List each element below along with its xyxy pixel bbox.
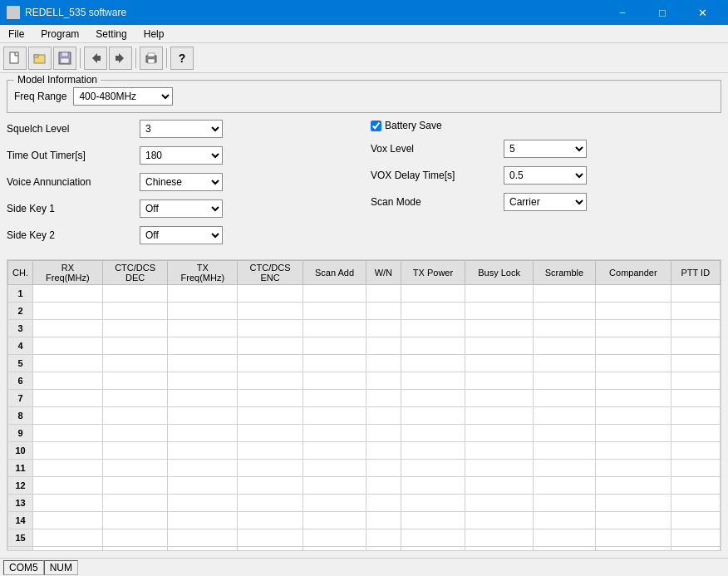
cell-row2-col2[interactable]	[102, 303, 168, 320]
cell-row10-col1[interactable]	[33, 442, 103, 460]
cell-row1-col7[interactable]	[401, 285, 465, 303]
cell-row1-col3[interactable]	[168, 285, 238, 303]
table-row[interactable]: 14	[8, 512, 721, 529]
cell-row8-col4[interactable]	[238, 407, 303, 425]
table-row[interactable]: 13	[8, 495, 721, 512]
cell-row16-col10[interactable]	[596, 547, 671, 552]
cell-row9-col7[interactable]	[401, 425, 465, 442]
cell-row2-col4[interactable]	[238, 303, 303, 320]
cell-row14-col8[interactable]	[465, 512, 533, 529]
cell-row9-col1[interactable]	[33, 425, 103, 442]
cell-row12-col1[interactable]	[33, 477, 103, 495]
cell-row7-col10[interactable]	[596, 390, 671, 407]
cell-row7-col6[interactable]	[366, 390, 401, 407]
menu-file[interactable]: File	[0, 25, 32, 42]
cell-row5-col1[interactable]	[33, 355, 103, 372]
cell-row14-col2[interactable]	[102, 512, 168, 529]
cell-row5-col4[interactable]	[238, 355, 303, 372]
menu-setting[interactable]: Setting	[87, 25, 135, 42]
cell-row11-col4[interactable]	[238, 460, 303, 477]
cell-row2-col9[interactable]	[533, 303, 595, 320]
battery-save-checkbox[interactable]	[371, 121, 381, 131]
cell-row15-col3[interactable]	[168, 529, 238, 547]
cell-row6-col7[interactable]	[401, 372, 465, 390]
toolbar-open-button[interactable]	[28, 47, 52, 70]
table-row[interactable]: 12	[8, 477, 721, 495]
cell-row15-col6[interactable]	[366, 529, 401, 547]
toolbar-help-button[interactable]: ?	[170, 47, 194, 70]
cell-row14-col1[interactable]	[33, 512, 103, 529]
cell-row7-col4[interactable]	[238, 390, 303, 407]
cell-row6-col5[interactable]	[303, 372, 366, 390]
cell-row12-col4[interactable]	[238, 477, 303, 495]
scan-mode-select[interactable]: Carrier Time Search	[504, 193, 587, 211]
table-row[interactable]: 8	[8, 407, 721, 425]
cell-row3-col2[interactable]	[102, 320, 168, 337]
cell-row6-col9[interactable]	[533, 372, 595, 390]
cell-row3-col9[interactable]	[533, 320, 595, 337]
cell-row9-col10[interactable]	[596, 425, 671, 442]
cell-row3-col7[interactable]	[401, 320, 465, 337]
cell-row7-col3[interactable]	[168, 390, 238, 407]
table-row[interactable]: 15	[8, 529, 721, 547]
squelch-level-select[interactable]: 3	[140, 120, 223, 138]
cell-row12-col3[interactable]	[168, 477, 238, 495]
cell-row11-col11[interactable]	[671, 460, 720, 477]
cell-row7-col11[interactable]	[671, 390, 720, 407]
cell-row3-col10[interactable]	[596, 320, 671, 337]
cell-row11-col9[interactable]	[533, 460, 595, 477]
voice-annunciation-select[interactable]: Chinese English Off	[140, 173, 223, 191]
cell-row14-col10[interactable]	[596, 512, 671, 529]
cell-row16-col11[interactable]	[671, 547, 720, 552]
menu-help[interactable]: Help	[135, 25, 173, 42]
toolbar-forward-button[interactable]	[109, 47, 132, 70]
cell-row13-col3[interactable]	[168, 495, 238, 512]
cell-row16-col7[interactable]	[401, 547, 465, 552]
cell-row16-col9[interactable]	[533, 547, 595, 552]
cell-row8-col7[interactable]	[401, 407, 465, 425]
cell-row5-col6[interactable]	[366, 355, 401, 372]
cell-row4-col8[interactable]	[465, 337, 533, 355]
cell-row1-col8[interactable]	[465, 285, 533, 303]
cell-row6-col2[interactable]	[102, 372, 168, 390]
cell-row10-col8[interactable]	[465, 442, 533, 460]
cell-row15-col5[interactable]	[303, 529, 366, 547]
cell-row10-col9[interactable]	[533, 442, 595, 460]
cell-row3-col5[interactable]	[303, 320, 366, 337]
cell-row16-col5[interactable]	[303, 547, 366, 552]
table-row[interactable]: 6	[8, 372, 721, 390]
cell-row4-col6[interactable]	[366, 337, 401, 355]
cell-row7-col9[interactable]	[533, 390, 595, 407]
freq-range-select[interactable]: 400-480MHz	[73, 87, 173, 106]
cell-row6-col10[interactable]	[596, 372, 671, 390]
cell-row7-col7[interactable]	[401, 390, 465, 407]
cell-row15-col2[interactable]	[102, 529, 168, 547]
cell-row14-col3[interactable]	[168, 512, 238, 529]
cell-row12-col7[interactable]	[401, 477, 465, 495]
cell-row8-col8[interactable]	[465, 407, 533, 425]
cell-row5-col5[interactable]	[303, 355, 366, 372]
cell-row12-col10[interactable]	[596, 477, 671, 495]
cell-row1-col5[interactable]	[303, 285, 366, 303]
cell-row4-col11[interactable]	[671, 337, 720, 355]
cell-row14-col9[interactable]	[533, 512, 595, 529]
cell-row16-col6[interactable]	[366, 547, 401, 552]
cell-row3-col8[interactable]	[465, 320, 533, 337]
cell-row1-col11[interactable]	[671, 285, 720, 303]
cell-row14-col5[interactable]	[303, 512, 366, 529]
cell-row2-col3[interactable]	[168, 303, 238, 320]
close-button[interactable]: ✕	[683, 0, 721, 25]
cell-row3-col3[interactable]	[168, 320, 238, 337]
cell-row5-col7[interactable]	[401, 355, 465, 372]
cell-row2-col6[interactable]	[366, 303, 401, 320]
toolbar-back-button[interactable]	[84, 47, 107, 70]
maximize-button[interactable]: □	[643, 0, 681, 25]
cell-row7-col1[interactable]	[33, 390, 103, 407]
channel-table-container[interactable]: CH. RXFreq(MHz) CTC/DCSDEC TXFreq(MHz) C…	[7, 259, 721, 551]
cell-row13-col11[interactable]	[671, 495, 720, 512]
cell-row9-col4[interactable]	[238, 425, 303, 442]
cell-row12-col8[interactable]	[465, 477, 533, 495]
table-row[interactable]: 1	[8, 285, 721, 303]
cell-row11-col2[interactable]	[102, 460, 168, 477]
cell-row3-col1[interactable]	[33, 320, 103, 337]
